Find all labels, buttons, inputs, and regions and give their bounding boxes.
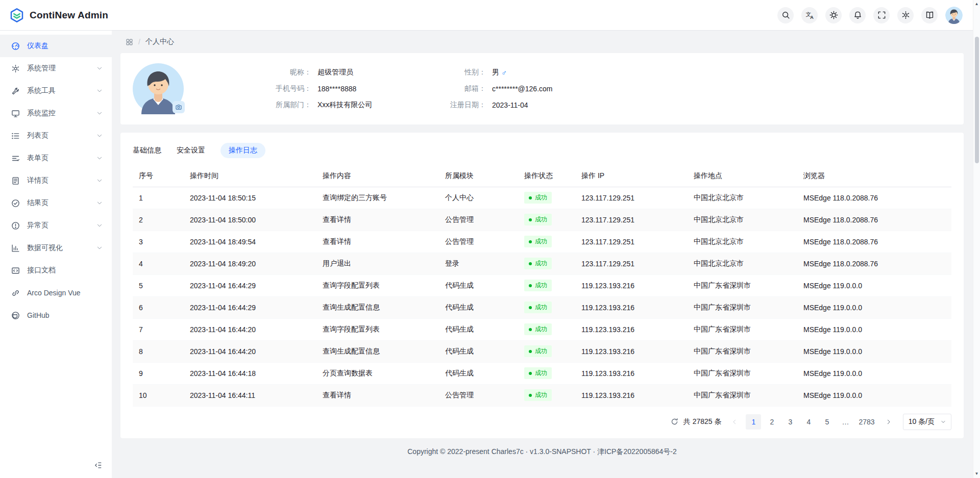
page-number[interactable]: 2 xyxy=(764,414,779,430)
status-text: 成功 xyxy=(535,193,547,202)
tab-item[interactable]: 安全设置 xyxy=(177,143,205,158)
sidebar-item[interactable]: 结果页 xyxy=(0,192,112,214)
search-icon[interactable] xyxy=(777,7,794,23)
tab-item[interactable]: 基础信息 xyxy=(133,143,161,158)
breadcrumb: / 个人中心 xyxy=(120,37,964,46)
change-avatar-camera-icon[interactable] xyxy=(173,101,185,113)
field-label: 所属部门： xyxy=(184,100,311,110)
fullscreen-icon[interactable] xyxy=(873,7,890,23)
table-cell: MSEdge 119.0.0.0 xyxy=(797,318,951,340)
table-cell: MSEdge 118.0.2088.76 xyxy=(797,187,951,209)
user-avatar[interactable] xyxy=(945,7,963,24)
refresh-icon[interactable] xyxy=(671,418,678,425)
sidebar-item[interactable]: 列表页 xyxy=(0,124,112,147)
sidebar-item-label: 结果页 xyxy=(27,198,89,208)
table-cell: 用户退出 xyxy=(316,253,439,274)
table-cell: 公告管理 xyxy=(439,209,518,231)
status-cell: 成功 xyxy=(518,209,575,231)
prev-page-button[interactable] xyxy=(727,415,742,429)
tab-active[interactable]: 操作日志 xyxy=(220,143,265,158)
apps-grid-icon[interactable] xyxy=(126,38,133,46)
table-cell: 123.117.129.251 xyxy=(575,231,688,253)
table-cell: 4 xyxy=(133,253,184,274)
sidebar-item[interactable]: 仪表盘 xyxy=(0,35,112,57)
status-dot-icon xyxy=(529,306,532,309)
sidebar-item-label: 异常页 xyxy=(27,221,89,230)
sidebar-item-label: 数据可视化 xyxy=(27,243,89,253)
profile-fields-right: 性别：男♂邮箱：c********@126.com注册日期：2023-11-04 xyxy=(379,67,553,111)
page-number[interactable]: 1 xyxy=(746,414,761,430)
table-cell: MSEdge 119.0.0.0 xyxy=(797,340,951,362)
wrench-icon xyxy=(11,87,20,95)
translate-icon[interactable]: 文A xyxy=(801,7,818,23)
scrollbar[interactable]: ▲ ▼ xyxy=(973,0,980,478)
chevron-down-icon xyxy=(96,110,103,116)
sidebar-item[interactable]: 表单页 xyxy=(0,147,112,169)
status-dot-icon xyxy=(529,196,532,199)
detail-icon xyxy=(11,177,20,185)
sidebar-item-label: 系统监控 xyxy=(27,109,89,118)
table-cell: MSEdge 119.0.0.0 xyxy=(797,296,951,318)
table-cell: MSEdge 119.0.0.0 xyxy=(797,384,951,406)
form-icon xyxy=(11,154,20,163)
status-cell: 成功 xyxy=(518,187,575,209)
page-number[interactable]: 5 xyxy=(819,414,835,430)
log-card: 基础信息安全设置操作日志 序号操作时间操作内容所属模块操作状态操作 IP操作地点… xyxy=(120,133,964,438)
theme-light-icon[interactable] xyxy=(825,7,842,23)
list-icon xyxy=(11,132,20,140)
page-number[interactable]: 3 xyxy=(782,414,798,430)
scroll-up-arrow-icon[interactable]: ▲ xyxy=(973,2,980,6)
sidebar-item[interactable]: 异常页 xyxy=(0,214,112,237)
field-value: 男 xyxy=(492,68,499,77)
table-row: 92023-11-04 16:44:18分页查询数据表代码生成成功119.123… xyxy=(133,362,951,384)
status-badge: 成功 xyxy=(524,258,552,269)
table-cell: 查询生成配置信息 xyxy=(316,296,439,318)
status-dot-icon xyxy=(529,284,532,287)
page-number[interactable]: 2783 xyxy=(856,414,877,430)
notification-bell-icon[interactable] xyxy=(849,7,866,23)
table-cell: 2023-11-04 16:44:29 xyxy=(184,296,316,318)
field-value: 188****8888 xyxy=(317,85,356,93)
settings-gear-icon[interactable] xyxy=(897,7,914,23)
table-cell: 代码生成 xyxy=(439,296,518,318)
table-cell: 119.123.193.216 xyxy=(575,340,688,362)
table-cell: 中国广东省深圳市 xyxy=(688,362,797,384)
sidebar-item[interactable]: GitHub xyxy=(0,304,112,326)
page-number[interactable]: 4 xyxy=(801,414,816,430)
scrollbar-thumb[interactable] xyxy=(975,37,979,163)
layout: 仪表盘系统管理系统工具系统监控列表页表单页详情页结果页异常页数据可视化接口文档A… xyxy=(0,31,980,478)
profile-field: 手机号码：188****8888 xyxy=(184,84,379,94)
topbar: ContiNew Admin 文A xyxy=(0,0,980,31)
table-cell: 5 xyxy=(133,274,184,296)
status-dot-icon xyxy=(529,262,532,265)
brand[interactable]: ContiNew Admin xyxy=(9,8,108,23)
sidebar: 仪表盘系统管理系统工具系统监控列表页表单页详情页结果页异常页数据可视化接口文档A… xyxy=(0,31,112,478)
sidebar-item[interactable]: 系统监控 xyxy=(0,102,112,124)
profile-avatar[interactable] xyxy=(133,63,184,114)
sidebar-item[interactable]: 数据可视化 xyxy=(0,237,112,259)
table-cell: 查询字段配置列表 xyxy=(316,318,439,340)
status-text: 成功 xyxy=(535,215,547,224)
sidebar-item[interactable]: 接口文档 xyxy=(0,259,112,282)
sidebar-item[interactable]: 系统管理 xyxy=(0,57,112,80)
chart-icon xyxy=(11,244,20,253)
page-size-select[interactable]: 10 条/页 xyxy=(903,414,951,430)
sidebar-item[interactable]: Arco Design Vue xyxy=(0,282,112,304)
sidebar-collapse-button[interactable] xyxy=(91,459,105,472)
docs-book-icon[interactable] xyxy=(921,7,938,23)
table-cell: 9 xyxy=(133,362,184,384)
sidebar-item[interactable]: 系统工具 xyxy=(0,80,112,102)
sidebar-item[interactable]: 详情页 xyxy=(0,169,112,192)
pagination: 共 27825 条 12345…2783 10 条/页 xyxy=(133,414,951,430)
next-page-button[interactable] xyxy=(881,415,896,429)
app-root: ContiNew Admin 文A 仪表盘系统管理系统工具系统监控列表页表单页详… xyxy=(0,0,980,478)
table-cell: 1 xyxy=(133,187,184,209)
chevron-down-icon xyxy=(96,200,103,206)
sidebar-menu: 仪表盘系统管理系统工具系统监控列表页表单页详情页结果页异常页数据可视化接口文档A… xyxy=(0,35,112,326)
app-logo-icon xyxy=(9,8,24,23)
scroll-down-arrow-icon[interactable]: ▼ xyxy=(973,472,980,476)
table-cell: 中国北京北京市 xyxy=(688,187,797,209)
status-badge: 成功 xyxy=(524,389,552,401)
table-row: 12023-11-04 18:50:15查询绑定的三方账号个人中心成功123.1… xyxy=(133,187,951,209)
api-doc-icon xyxy=(11,266,20,275)
